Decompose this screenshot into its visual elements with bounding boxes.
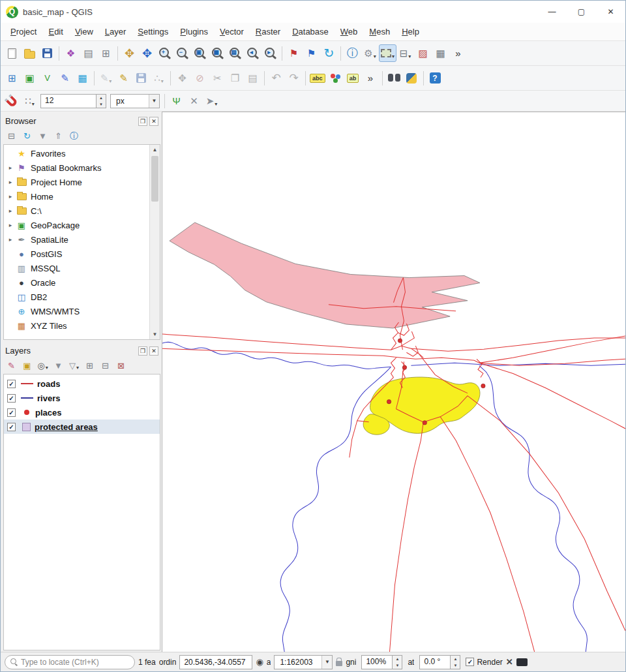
zoom-last-button[interactable]: ◂ bbox=[244, 44, 261, 62]
expand-arrow-icon[interactable]: ▸ bbox=[6, 236, 15, 243]
extents-toggle-icon[interactable]: ◉ bbox=[256, 657, 263, 667]
step-up-icon[interactable]: ▲ bbox=[451, 656, 460, 662]
metasearch-button[interactable] bbox=[385, 69, 403, 87]
menu-help[interactable]: Help bbox=[396, 24, 425, 39]
identify-features-button[interactable]: ⓘ bbox=[344, 44, 361, 62]
browser-item-spatialite[interactable]: ▸✒SpatiaLite bbox=[4, 232, 160, 247]
redo-button[interactable]: ↷ bbox=[285, 69, 303, 87]
undock-panel-icon[interactable]: ❐ bbox=[138, 117, 147, 126]
show-layout-manager-button[interactable]: ⊞ bbox=[97, 44, 115, 62]
stop-render-icon[interactable]: ✕ bbox=[506, 657, 513, 667]
browser-item-oracle[interactable]: ●Oracle bbox=[4, 275, 160, 290]
zoom-in-button[interactable]: + bbox=[156, 44, 173, 62]
copy-features-button[interactable]: ❐ bbox=[226, 69, 244, 87]
layer-diagram-button[interactable] bbox=[327, 69, 344, 87]
manage-map-themes-button[interactable]: ◎▾ bbox=[35, 358, 50, 373]
enable-snapping-button[interactable] bbox=[3, 92, 21, 110]
collapse-all-button[interactable]: ⇑ bbox=[51, 129, 66, 144]
filter-browser-button[interactable]: ▼ bbox=[35, 129, 50, 144]
combo-arrow-icon[interactable]: ▼ bbox=[321, 656, 332, 669]
scrollbar-thumb[interactable] bbox=[151, 156, 158, 202]
python-console-button[interactable] bbox=[403, 69, 421, 87]
step-down-icon[interactable]: ▼ bbox=[451, 662, 460, 669]
label-pin-button[interactable]: ab bbox=[344, 69, 362, 87]
new-spatial-bookmark-button[interactable]: ⚑ bbox=[285, 44, 303, 62]
filter-by-expression-button[interactable]: ▽▾ bbox=[67, 358, 82, 373]
render-checkbox[interactable]: ✓ bbox=[466, 658, 474, 666]
browser-item-favorites[interactable]: ★Favorites bbox=[4, 146, 160, 160]
current-edits-button[interactable]: ✎▾ bbox=[97, 69, 115, 87]
layer-item-places[interactable]: ✓places bbox=[4, 405, 160, 420]
refresh-map-button[interactable]: ↻ bbox=[320, 44, 338, 62]
spinbox-steppers[interactable]: ▲▼ bbox=[97, 94, 106, 108]
zoom-out-button[interactable]: − bbox=[173, 44, 191, 62]
layer-item-roads[interactable]: ✓roads bbox=[4, 376, 160, 391]
minimize-button[interactable]: — bbox=[537, 1, 567, 23]
rotation-value[interactable]: 0.0 ° bbox=[419, 655, 451, 669]
menu-settings[interactable]: Settings bbox=[132, 24, 174, 39]
scale-combo[interactable]: 1:162003 ▼ bbox=[274, 655, 333, 669]
toggle-editing-button[interactable]: ✎ bbox=[115, 69, 132, 87]
collapse-all-layers-button[interactable]: ⊟ bbox=[98, 358, 113, 373]
step-down-icon[interactable]: ▼ bbox=[393, 662, 402, 669]
magnifier-value[interactable]: 100% bbox=[361, 655, 393, 669]
expand-arrow-icon[interactable]: ▸ bbox=[6, 222, 15, 228]
browser-item-spatial-bookmarks[interactable]: ▸⚑Spatial Bookmarks bbox=[4, 160, 160, 175]
layer-visibility-checkbox[interactable]: ✓ bbox=[7, 380, 16, 388]
browser-item-postgis[interactable]: ●PostGIS bbox=[4, 247, 160, 261]
combo-arrow-icon[interactable]: ▼ bbox=[149, 95, 159, 108]
step-down-icon[interactable]: ▼ bbox=[97, 101, 106, 108]
snapping-tolerance-value[interactable]: 12 bbox=[40, 94, 97, 108]
new-print-layout-button[interactable]: ▤ bbox=[80, 44, 97, 62]
scroll-up-icon[interactable]: ▲ bbox=[150, 145, 160, 155]
open-attribute-table-button[interactable]: ▦ bbox=[432, 44, 449, 62]
new-geopackage-layer-button[interactable]: ▣ bbox=[21, 69, 38, 87]
vertex-tool-button[interactable]: ∴▾ bbox=[150, 69, 168, 87]
magnifier-spinbox[interactable]: 100% ▲▼ bbox=[361, 655, 402, 669]
enable-tracing-button[interactable]: ➤▾ bbox=[203, 92, 220, 110]
step-up-icon[interactable]: ▲ bbox=[97, 95, 106, 101]
undo-button[interactable]: ↶ bbox=[267, 69, 285, 87]
browser-item-project-home[interactable]: ▸Project Home bbox=[4, 175, 160, 189]
open-data-source-manager-button[interactable]: ⊞ bbox=[3, 69, 21, 87]
menu-database[interactable]: Database bbox=[286, 24, 335, 39]
spinbox-steppers[interactable]: ▲▼ bbox=[451, 655, 460, 669]
new-project-button[interactable] bbox=[3, 44, 21, 62]
menu-view[interactable]: View bbox=[69, 24, 99, 39]
remove-layer-button[interactable]: ⊠ bbox=[113, 358, 128, 373]
select-by-value-button[interactable]: ▨ bbox=[414, 44, 432, 62]
zoom-to-selection-button[interactable]: ▦ bbox=[209, 44, 226, 62]
maximize-button[interactable]: ▢ bbox=[567, 1, 596, 23]
layer-visibility-checkbox[interactable]: ✓ bbox=[7, 394, 16, 403]
pan-map-button[interactable]: ✥ bbox=[121, 44, 138, 62]
close-button[interactable]: ✕ bbox=[596, 1, 625, 23]
scroll-down-icon[interactable]: ▼ bbox=[150, 329, 160, 339]
expand-all-button[interactable]: ⊞ bbox=[82, 358, 97, 373]
menu-raster[interactable]: Raster bbox=[250, 24, 286, 39]
map-canvas[interactable] bbox=[162, 112, 625, 652]
pan-map-to-selection-button[interactable]: ✥ bbox=[138, 44, 156, 62]
undock-panel-icon[interactable]: ❐ bbox=[138, 346, 147, 356]
select-features-button[interactable]: ▾ bbox=[379, 44, 396, 62]
browser-item-wms-wmts[interactable]: ⊕WMS/WMTS bbox=[4, 304, 160, 318]
save-project-button[interactable] bbox=[38, 44, 56, 62]
step-up-icon[interactable]: ▲ bbox=[393, 656, 402, 662]
browser-item-db2[interactable]: ◫DB2 bbox=[4, 290, 160, 304]
snapping-on-intersection-button[interactable]: ✕ bbox=[185, 92, 203, 110]
toolbar2-overflow-button[interactable]: » bbox=[362, 69, 380, 87]
expand-arrow-icon[interactable]: ▸ bbox=[6, 193, 15, 200]
add-selected-layers-button[interactable]: ⊟ bbox=[4, 129, 19, 144]
layer-item-rivers[interactable]: ✓rivers bbox=[4, 391, 160, 405]
filter-legend-button[interactable]: ▼ bbox=[51, 358, 66, 373]
expand-arrow-icon[interactable]: ▸ bbox=[6, 179, 15, 185]
zoom-to-layer-button[interactable]: ▤ bbox=[226, 44, 244, 62]
save-layer-edits-button[interactable] bbox=[132, 69, 150, 87]
coordinate-box[interactable]: 20.5436,-34.0557 bbox=[179, 655, 252, 669]
refresh-browser-button[interactable]: ↻ bbox=[20, 129, 35, 144]
browser-properties-button[interactable]: ⓘ bbox=[67, 129, 82, 144]
open-project-button[interactable] bbox=[21, 44, 38, 62]
style-manager-button[interactable]: ❖ bbox=[62, 44, 80, 62]
locate-input[interactable] bbox=[21, 658, 119, 667]
layer-visibility-checkbox[interactable]: ✓ bbox=[7, 423, 16, 431]
paste-features-button[interactable]: ▤ bbox=[244, 69, 261, 87]
